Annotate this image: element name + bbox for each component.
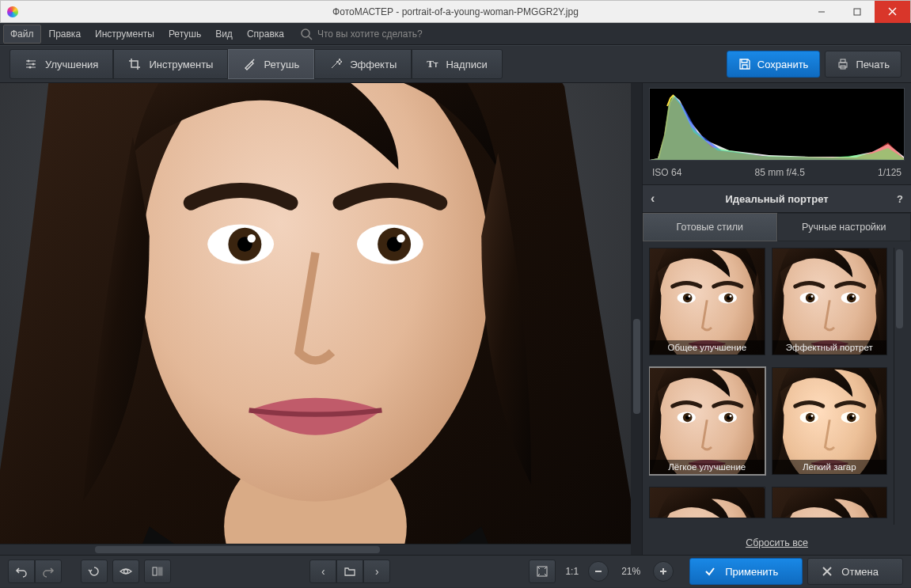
tab-tools[interactable]: Инструменты [113, 49, 228, 79]
preset-item[interactable]: Эффектный портрет [772, 248, 888, 355]
app-logo-icon [7, 6, 18, 17]
panel-title: Идеальный портрет [725, 193, 828, 205]
undo-button[interactable] [8, 560, 35, 583]
panel-header: ‹ Идеальный портрет ? [643, 184, 911, 213]
canvas-area [0, 83, 642, 555]
panel-subtabs: Готовые стили Ручные настройки [643, 213, 911, 241]
menu-edit[interactable]: Правка [43, 25, 88, 43]
preset-scrollbar[interactable] [894, 248, 905, 525]
apply-label: Применить [725, 566, 778, 578]
plus-icon [659, 567, 668, 576]
exif-iso: ISO 64 [652, 167, 681, 178]
preset-item[interactable] [649, 487, 765, 518]
menu-search[interactable]: Что вы хотите сделать? [300, 28, 423, 40]
brush-icon [243, 58, 256, 70]
fit-icon [536, 565, 548, 578]
cancel-label: Отмена [841, 566, 879, 578]
reset-all-link[interactable]: Сбросить все [746, 537, 808, 548]
menu-view[interactable]: Вид [209, 25, 239, 43]
preset-label: Легкий загар [772, 460, 887, 474]
back-button[interactable]: ‹ [651, 192, 655, 206]
scrollbar-handle[interactable] [633, 319, 640, 414]
tab-label: Ретушь [264, 59, 299, 70]
print-icon [837, 58, 849, 70]
subtab-presets[interactable]: Готовые стили [643, 213, 777, 241]
print-label: Печать [856, 59, 890, 70]
print-button[interactable]: Печать [825, 51, 902, 78]
fit-screen-button[interactable] [529, 560, 556, 583]
preset-label: Лёгкое улучшение [650, 460, 765, 474]
main-toolbar: Улучшения Инструменты Ретушь Эффекты TT … [0, 45, 911, 83]
help-button[interactable]: ? [897, 193, 903, 205]
image-canvas[interactable] [0, 83, 631, 555]
zoom-in-button[interactable] [653, 561, 674, 582]
preset-item[interactable]: Общее улучшение [649, 248, 765, 355]
minimize-button[interactable] [803, 1, 839, 23]
tab-text[interactable]: TT Надписи [412, 49, 502, 79]
histogram[interactable] [649, 88, 905, 161]
svg-rect-13 [841, 59, 845, 63]
save-icon [738, 58, 751, 70]
scrollbar-handle[interactable] [95, 546, 380, 553]
svg-rect-1 [854, 9, 860, 15]
crop-icon [128, 58, 141, 70]
preset-grid: Общее улучшение Эффектный портрет Лёгкое… [649, 248, 887, 525]
exif-shutter: 1/125 [878, 167, 902, 178]
preview-button[interactable] [112, 560, 139, 583]
eye-icon [120, 565, 132, 578]
cancel-button[interactable]: Отмена [807, 558, 903, 585]
horizontal-scrollbar[interactable] [0, 544, 631, 555]
redo-button[interactable] [35, 560, 62, 583]
open-folder-button[interactable] [336, 560, 363, 583]
zoom-level[interactable]: 21% [613, 566, 648, 577]
tab-label: Эффекты [350, 59, 397, 70]
window-controls [803, 1, 910, 23]
sliders-icon [25, 58, 37, 70]
tab-label: Улучшения [45, 59, 98, 70]
close-button[interactable] [875, 1, 910, 23]
menu-retouch[interactable]: Ретушь [162, 25, 207, 43]
zoom-1to1-button[interactable]: 1:1 [560, 566, 583, 577]
exif-lens: 85 mm f/4.5 [754, 167, 804, 178]
preset-item[interactable] [772, 487, 888, 518]
maximize-button[interactable] [839, 1, 875, 23]
minus-icon [594, 567, 603, 576]
subtab-manual[interactable]: Ручные настройки [777, 213, 912, 241]
prev-image-button[interactable]: ‹ [309, 560, 336, 583]
menu-bar: Файл Правка Инструменты Ретушь Вид Справ… [0, 23, 911, 45]
reset-row: Сбросить все [643, 531, 911, 555]
tab-effects[interactable]: Эффекты [314, 49, 412, 79]
apply-button[interactable]: Применить [689, 558, 803, 585]
svg-line-5 [309, 36, 312, 40]
tab-retouch[interactable]: Ретушь [228, 49, 314, 79]
compare-button[interactable] [144, 560, 171, 583]
menu-file[interactable]: Файл [3, 25, 41, 44]
scrollbar-handle[interactable] [896, 249, 903, 328]
preset-label: Эффектный портрет [772, 340, 887, 355]
revert-icon [88, 565, 101, 578]
window-title: ФотоМАСТЕР - portrait-of-a-young-woman-P… [1, 6, 910, 17]
exif-info: ISO 64 85 mm f/4.5 1/125 [643, 164, 911, 184]
compare-icon [151, 565, 164, 578]
revert-button[interactable] [81, 560, 108, 583]
zoom-out-button[interactable] [588, 561, 609, 582]
check-icon [704, 566, 716, 577]
save-button[interactable]: Сохранить [727, 51, 821, 78]
svg-point-11 [29, 66, 32, 69]
tab-label: Инструменты [149, 59, 213, 70]
next-image-button[interactable]: › [363, 560, 390, 583]
preset-item[interactable]: Лёгкое улучшение [649, 367, 765, 475]
menu-help[interactable]: Справка [241, 25, 290, 43]
menu-tools[interactable]: Инструменты [89, 25, 161, 43]
tab-enhancements[interactable]: Улучшения [9, 49, 113, 79]
svg-point-26 [124, 570, 128, 574]
preset-item[interactable]: Легкий загар [772, 367, 888, 475]
svg-rect-27 [153, 567, 157, 575]
svg-point-4 [302, 29, 309, 37]
svg-rect-28 [158, 567, 162, 575]
svg-point-9 [28, 60, 30, 63]
preset-label: Общее улучшение [650, 340, 765, 355]
bottom-bar: ‹ › 1:1 21% Применить Отмена [0, 555, 911, 587]
search-icon [300, 28, 313, 40]
folder-icon [344, 565, 356, 578]
